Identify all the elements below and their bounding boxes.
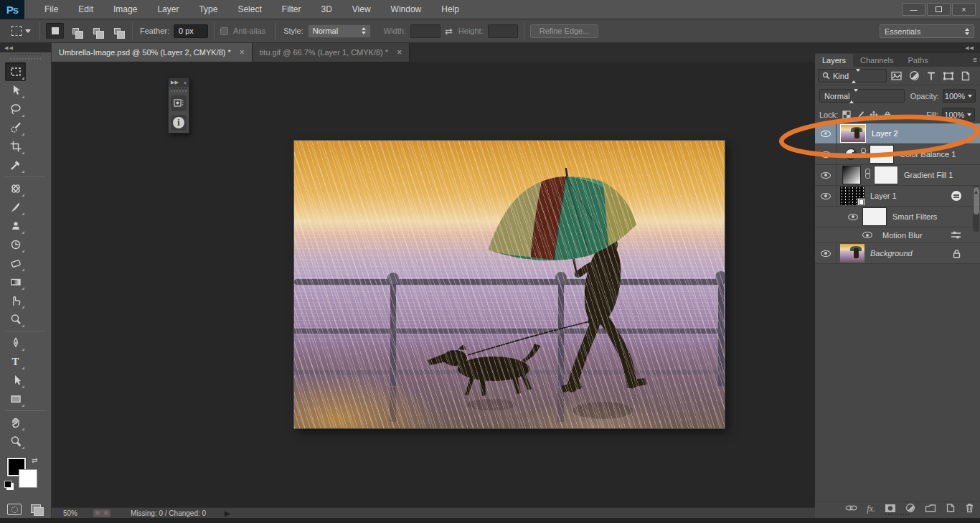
restore-button[interactable] — [927, 3, 951, 16]
tab-paths[interactable]: Paths — [901, 54, 936, 67]
swap-dimensions-icon[interactable]: ⇄ — [445, 26, 453, 37]
close-button[interactable]: × — [952, 3, 976, 16]
document-tab-umbrella[interactable]: Umbrella-Image.psd @ 50% (Layer 2, CMYK/… — [52, 43, 253, 62]
opacity-field[interactable]: 100% — [943, 89, 976, 103]
style-dropdown[interactable]: Normal — [308, 24, 371, 38]
menu-3d[interactable]: 3D — [311, 0, 341, 19]
layer-row-smart-filters[interactable]: Smart Filters — [815, 207, 980, 227]
layer-row-layer1[interactable]: Layer 1 — [815, 186, 980, 207]
layer-name[interactable]: Motion Blur — [882, 231, 923, 240]
filter-smart-objects-button[interactable] — [958, 69, 973, 83]
menu-filter[interactable]: Filter — [272, 0, 311, 19]
quick-mask-button[interactable] — [7, 504, 22, 515]
link-layers-button[interactable] — [845, 504, 857, 514]
tools-panel-header[interactable]: ◀◀ — [0, 43, 51, 52]
adjustment-layer-icon[interactable] — [845, 149, 857, 160]
rectangle-shape-tool[interactable] — [5, 390, 26, 408]
path-selection-tool[interactable] — [5, 371, 26, 390]
menu-file[interactable]: File — [34, 0, 68, 19]
default-colors-icon[interactable] — [4, 481, 11, 488]
expand-panel-icon[interactable]: ▶▶ — [171, 80, 179, 85]
add-to-selection-button[interactable] — [67, 23, 85, 39]
filter-adjustment-layers-button[interactable] — [907, 69, 921, 83]
layer-row-gradient-fill[interactable]: Gradient Fill 1 — [815, 165, 980, 186]
width-input[interactable] — [410, 24, 440, 38]
filter-pixel-layers-button[interactable] — [890, 69, 904, 83]
panel-grip[interactable] — [885, 514, 910, 515]
filter-shape-layers-button[interactable] — [941, 69, 956, 83]
brush-tool[interactable] — [5, 198, 26, 217]
visibility-toggle[interactable] — [815, 123, 837, 143]
zoom-tool[interactable] — [5, 432, 26, 451]
swap-colors-icon[interactable]: ⇄ — [32, 456, 37, 464]
background-color-swatch[interactable] — [19, 469, 37, 488]
smart-filter-icon[interactable] — [951, 191, 961, 201]
gradient-fill-thumbnail[interactable] — [842, 166, 861, 184]
close-tab-icon[interactable]: × — [397, 47, 402, 57]
menu-image[interactable]: Image — [103, 0, 147, 19]
lock-pixels-button[interactable] — [855, 110, 864, 119]
canvas-area[interactable]: ▶▶ × i — [52, 62, 815, 507]
filter-mask-thumbnail[interactable] — [862, 207, 887, 226]
visibility-toggle[interactable] — [815, 243, 837, 263]
layer-name[interactable]: Layer 1 — [870, 192, 897, 200]
refine-edge-button[interactable]: Refine Edge... — [530, 24, 599, 38]
layer-row-background[interactable]: Background — [815, 243, 980, 264]
dock-header[interactable]: ◀◀ — [815, 43, 980, 53]
tab-layers[interactable]: Layers — [815, 54, 853, 67]
smart-object-thumbnail[interactable] — [840, 187, 864, 205]
visibility-toggle[interactable] — [815, 207, 862, 227]
clone-stamp-tool[interactable] — [5, 217, 26, 235]
new-adjustment-layer-button[interactable] — [905, 503, 915, 514]
smudge-tool[interactable] — [5, 291, 26, 310]
layer-name[interactable]: Color Balance 1 — [900, 150, 956, 159]
close-panel-icon[interactable]: × — [184, 80, 187, 85]
intersect-selection-button[interactable] — [108, 23, 126, 39]
filter-blending-options-icon[interactable] — [951, 231, 961, 239]
layer-name[interactable]: Gradient Fill 1 — [904, 171, 953, 179]
floating-panel[interactable]: ▶▶ × i — [168, 77, 189, 133]
menu-select[interactable]: Select — [227, 0, 271, 19]
new-selection-button[interactable] — [46, 23, 64, 39]
feather-input[interactable]: 0 px — [174, 24, 208, 38]
layer-style-button[interactable]: fx. — [867, 504, 875, 514]
layer-row-color-balance[interactable]: Color Balance 1 — [815, 144, 980, 165]
minimize-button[interactable]: — — [902, 3, 925, 16]
scrollbar-thumb[interactable]: ▲ — [974, 187, 979, 215]
menu-window[interactable]: Window — [381, 0, 432, 19]
hand-tool[interactable] — [5, 413, 26, 432]
info-panel-button[interactable]: i — [171, 115, 187, 131]
layer-row-layer2[interactable]: Layer 2 — [815, 123, 980, 144]
layer-mask-thumbnail[interactable] — [870, 145, 894, 164]
delete-layer-button[interactable] — [965, 503, 974, 514]
subtract-from-selection-button[interactable] — [88, 23, 105, 39]
eraser-tool[interactable] — [5, 254, 26, 273]
layer-name[interactable]: Layer 2 — [872, 129, 898, 138]
add-layer-mask-button[interactable] — [885, 504, 896, 514]
crop-tool[interactable] — [5, 137, 26, 156]
menu-layer[interactable]: Layer — [147, 0, 189, 19]
layer-name[interactable]: Smart Filters — [892, 212, 937, 221]
status-flyout-arrow-icon[interactable]: ▶ — [225, 509, 230, 517]
layer-thumbnail[interactable] — [840, 124, 866, 143]
dodge-tool[interactable] — [5, 310, 26, 329]
document-image[interactable] — [294, 141, 725, 428]
lock-position-button[interactable] — [869, 110, 878, 119]
screen-mode-button[interactable] — [29, 504, 44, 515]
blend-mode-dropdown[interactable]: Normal — [819, 89, 905, 103]
rectangular-marquee-tool[interactable] — [5, 62, 26, 81]
gradient-tool[interactable] — [5, 273, 26, 291]
history-brush-tool[interactable] — [5, 235, 26, 254]
close-tab-icon[interactable]: × — [240, 47, 245, 57]
panel-menu-icon[interactable]: ≡ — [973, 56, 977, 64]
lock-transparency-button[interactable] — [842, 110, 851, 119]
visibility-toggle[interactable] — [815, 186, 837, 206]
workspace-switcher[interactable]: Essentials — [880, 24, 974, 38]
visibility-toggle[interactable] — [815, 144, 837, 164]
height-input[interactable] — [488, 24, 518, 38]
new-group-button[interactable] — [925, 504, 936, 514]
menu-view[interactable]: View — [342, 0, 381, 19]
lock-all-button[interactable] — [882, 110, 892, 119]
healing-brush-tool[interactable] — [5, 179, 26, 198]
filter-kind-dropdown[interactable]: Kind — [818, 69, 887, 83]
